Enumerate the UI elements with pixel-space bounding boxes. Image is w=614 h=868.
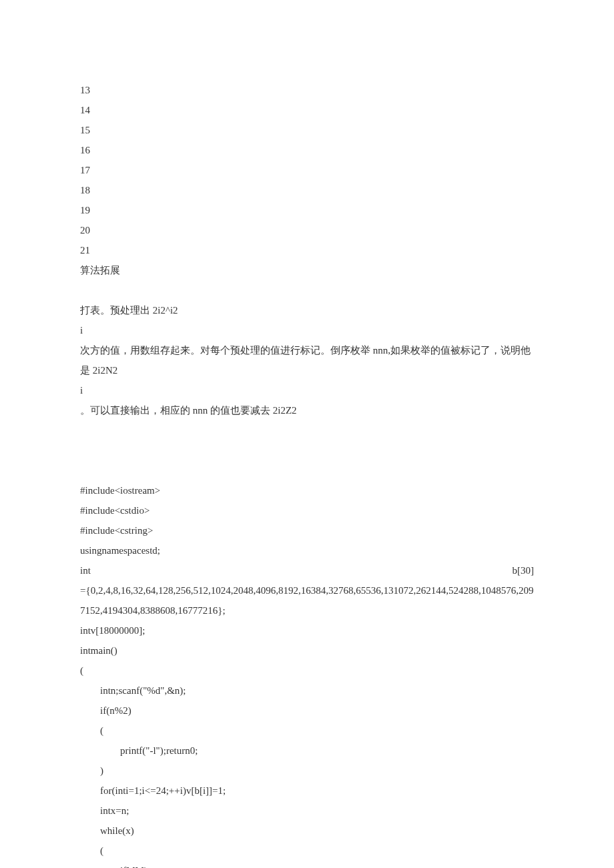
text-line: 16 [80,140,534,160]
text-line: i [80,380,534,400]
text-line: 算法拓展 [80,260,534,280]
blank-space [80,460,534,480]
blank-space [80,280,534,300]
code-line: if(n%2) [80,701,534,721]
code-line: for(inti=1;i<=24;++i)v[b[i]]=1; [80,781,534,801]
text-line: 19 [80,200,534,220]
text-line: 18 [80,180,534,200]
text-line: i [80,320,534,340]
code-block: #include<iostream> #include<cstdio> #inc… [80,480,534,868]
text-line: 。可以直接输出，相应的 nnn 的值也要减去 2i2Z2 [80,400,534,420]
code-line: #include<cstring> [80,520,534,540]
text-line: 打表。预处理出 2i2^i2 [80,300,534,320]
text-line: 14 [80,100,534,120]
code-line: ) [80,761,534,781]
code-token-left: int [80,560,91,580]
text-line: 13 [80,80,534,100]
code-line: intmain() [80,640,534,661]
code-line: ={0,2,4,8,16,32,64,128,256,512,1024,2048… [80,580,534,620]
text-line: 17 [80,160,534,180]
code-line: ifMM) [80,861,534,868]
code-line: printf("-l");return0; [80,741,534,761]
code-line: ( [80,721,534,741]
code-line: usingnamespacestd; [80,540,534,560]
code-line: intx=n; [80,801,534,821]
text-line: 15 [80,120,534,140]
code-token-right: b[30] [513,560,535,580]
text-line: 20 [80,220,534,240]
code-line: #include<iostream> [80,480,534,500]
blank-space [80,440,534,460]
code-line: while(x) [80,821,534,841]
number-list: 13 14 15 16 17 18 19 20 21 算法拓展 [80,80,534,280]
code-line: intv[18000000]; [80,620,534,640]
blank-space [80,420,534,440]
code-line: intn;scanf("%d",&n); [80,681,534,701]
paragraph-block: 打表。预处理出 2i2^i2 i 次方的值，用数组存起来。对每个预处理的值进行标… [80,300,534,420]
code-line: ( [80,841,534,861]
document-page: 13 14 15 16 17 18 19 20 21 算法拓展 打表。预处理出 … [0,0,614,868]
code-line: int b[30] [80,560,534,580]
text-line: 21 [80,240,534,260]
code-line: #include<cstdio> [80,500,534,520]
text-line: 次方的值，用数组存起来。对每个预处理的值进行标记。倒序枚举 nnn,如果枚举的值… [80,340,534,380]
code-line: ( [80,661,534,681]
